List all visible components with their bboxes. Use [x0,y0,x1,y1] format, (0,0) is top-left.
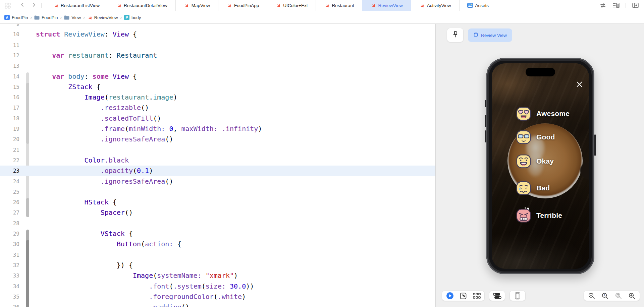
canvas-toolbar-left [442,291,526,301]
zoom-fit-icon [615,292,622,300]
code-text: .ignoresSafeArea() [36,176,173,187]
tab-UIColor+Ext[interactable]: UIColor+Ext [267,0,316,11]
code-line-31[interactable]: 31 [0,250,435,260]
code-text: ZStack { [36,82,101,92]
device-chip-label: Review View [481,33,507,38]
code-line-11[interactable]: 11 [0,40,435,50]
tab-bar: RestaurantListViewRestaurantDetailViewMa… [0,0,644,11]
rating-good[interactable]: Good [515,128,555,146]
zoom-out-button[interactable] [587,292,596,300]
svg-text:A: A [6,16,8,19]
code-line-9[interactable]: 9 [0,24,435,29]
code-line-23[interactable]: 23 .opacity(0.1) [0,166,435,176]
breadcrumb-label: View [71,15,81,20]
device-bezel-button[interactable] [513,292,522,300]
code-line-12[interactable]: 12 var restaurant: Restaurant [0,50,435,61]
code-line-36[interactable]: 36 .padding() [0,302,435,307]
rating-bad[interactable]: Bad [515,179,550,197]
code-line-34[interactable]: 34 .font(.system(size: 30.0)) [0,281,435,292]
code-line-35[interactable]: 35 .foregroundColor(.white) [0,292,435,302]
breadcrumb-View[interactable]: View [64,15,81,20]
code-line-14[interactable]: 14 var body: some View { [0,71,435,82]
code-line-24[interactable]: 24 .ignoresSafeArea() [0,176,435,187]
variants-mode-button[interactable] [472,292,481,300]
rating-awesome[interactable]: Awesome [515,105,570,122]
preview-device-chip[interactable]: Review View [468,28,512,42]
source-editor[interactable]: 910struct ReviewView: View {1112 var res… [0,24,435,307]
add-editor-button[interactable] [631,1,639,9]
editor-options-button[interactable] [612,1,620,9]
tab-Restaurant[interactable]: Restaurant [316,0,362,11]
mute-switch [485,100,486,107]
assets-icon [467,3,473,8]
tab-FoodPinApp[interactable]: FoodPinApp [218,0,267,11]
breadcrumb-FoodPin[interactable]: AFoodPin [4,15,28,20]
folder-icon [34,15,40,20]
tab-ReviewView[interactable]: ReviewView [362,0,411,11]
breadcrumb-separator: › [58,15,64,20]
tab-Assets[interactable]: Assets [460,0,497,11]
tab-overview-icon[interactable] [3,1,11,9]
swap-editors-button[interactable] [599,1,607,9]
tab-MapView[interactable]: MapView [176,0,218,11]
tab-ActivityView[interactable]: ActivityView [411,0,460,11]
rating-terrible[interactable]: Terrible [515,207,562,224]
code-line-26[interactable]: 26 HStack { [0,197,435,207]
close-button[interactable] [575,80,584,89]
code-line-17[interactable]: 17 .resizable() [0,103,435,113]
tab-RestaurantDetailView[interactable]: RestaurantDetailView [108,0,176,11]
breadcrumb-label: FoodPin [12,15,28,20]
volume-up-button [485,115,486,127]
live-preview-button[interactable] [445,292,454,300]
code-line-29[interactable]: 29 VStack { [0,229,435,239]
preview-screen[interactable]: AwesomeGoodOkayBadTerrible [492,63,589,269]
line-number: 36 [0,302,22,307]
code-text: var restaurant: Restaurant [36,50,157,61]
code-line-21[interactable]: 21 [0,145,435,155]
device-settings-button[interactable] [493,292,501,300]
toolbar-group [442,291,485,301]
chevron-left-icon [20,2,25,9]
line-number: 21 [0,145,22,155]
code-line-27[interactable]: 27 Spacer() [0,207,435,218]
code-line-15[interactable]: 15 ZStack { [0,82,435,92]
breadcrumb-ReviewView[interactable]: ReviewView [87,15,118,20]
selectable-mode-button[interactable] [459,292,468,300]
code-text: .frame(minWidth: 0, maxWidth: .infinity) [36,124,262,134]
code-line-28[interactable]: 28 [0,218,435,229]
code-line-10[interactable]: 10struct ReviewView: View { [0,29,435,40]
code-line-32[interactable]: 32 }) { [0,260,435,270]
dynamic-island [526,68,555,76]
zoom-in-button[interactable] [628,292,636,300]
play-live-icon [446,292,454,300]
line-number: 25 [0,187,22,197]
line-number: 23 [0,166,22,176]
forward-button[interactable] [30,1,38,9]
rating-label: Okay [536,157,554,165]
back-button[interactable] [18,1,26,9]
rating-okay[interactable]: Okay [515,152,554,170]
zoom-100-button[interactable]: 1 [601,292,609,300]
line-number: 30 [0,239,22,249]
code-line-20[interactable]: 20 .ignoresSafeArea() [0,134,435,144]
code-line-25[interactable]: 25 [0,187,435,197]
code-line-30[interactable]: 30 Button(action: { [0,239,435,249]
pin-preview-button[interactable] [447,28,464,42]
breadcrumb-FoodPin[interactable]: FoodPin [34,15,58,20]
line-number: 9 [0,24,22,29]
breadcrumb-body[interactable]: Pbody [124,15,141,20]
code-line-19[interactable]: 19 .frame(minWidth: 0, maxWidth: .infini… [0,124,435,134]
code-line-22[interactable]: 22 Color.black [0,155,435,166]
svg-text:P: P [125,15,128,19]
code-line-16[interactable]: 16 Image(restaurant.image) [0,92,435,103]
line-number: 20 [0,134,22,144]
code-text: Image(restaurant.image) [36,92,177,103]
code-line-18[interactable]: 18 .scaledToFill() [0,113,435,124]
zoom-fit-button[interactable] [614,292,623,300]
breadcrumb-separator: › [81,15,87,20]
editor-options-icon [613,3,620,8]
code-line-13[interactable]: 13 [0,61,435,71]
xcode-window: RestaurantListViewRestaurantDetailViewMa… [0,0,644,307]
tab-RestaurantListView[interactable]: RestaurantListView [45,0,108,11]
code-line-33[interactable]: 33 Image(systemName: "xmark") [0,270,435,281]
